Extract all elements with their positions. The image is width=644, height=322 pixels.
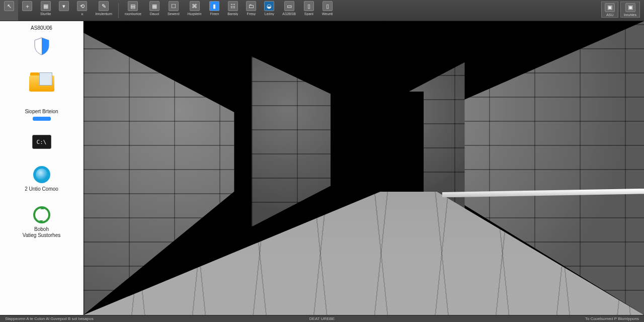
tb-network[interactable]: ☷Bansly <box>223 0 242 21</box>
tb-panel[interactable]: ▤roonborice <box>121 0 145 21</box>
tb-page2[interactable]: ▯Weunti <box>318 0 337 21</box>
tb-right-a[interactable]: ▣ASU <box>601 2 618 18</box>
window-icon: ☐ <box>169 1 179 11</box>
shield-icon <box>30 34 54 58</box>
tb-label: u <box>81 12 83 16</box>
a-icon: ▣ <box>605 3 615 12</box>
tb-label: Inrulenturn <box>95 12 112 16</box>
tb-label: Sewerd <box>168 12 180 16</box>
folder-open-icon <box>29 72 54 92</box>
file-icon: ▮ <box>209 1 219 11</box>
sidebar-item-folder[interactable] <box>0 72 83 95</box>
tb-script[interactable]: ⌘Hugstein <box>184 0 206 21</box>
toolbar-center-group: ▤roonborice ▦Dauol ☐Sewerd ⌘Hugstein ▮Fi… <box>121 0 600 21</box>
toolbar-separator <box>118 3 119 18</box>
tb-right-b[interactable]: ▣Inruhies <box>620 2 640 18</box>
tb-rotate[interactable]: ⟲u <box>73 0 91 21</box>
sidebar-item-shield[interactable]: AS80U06 <box>0 25 83 58</box>
tb-label: Sturilie <box>40 12 51 16</box>
tb-folder[interactable]: 🗀Fresy <box>242 0 260 21</box>
sidebar-item-support[interactable]: Siopert Brteion <box>0 109 83 121</box>
tb-label: Ledny <box>265 12 274 16</box>
disc-icon <box>33 166 50 183</box>
tb-flame[interactable]: ◒Ledny <box>260 0 278 21</box>
corridor-opening <box>382 92 424 194</box>
folder-icon: 🗀 <box>246 1 256 11</box>
left-sidebar: AS80U06 Siopert Brteion C:\ 2 Untio Como… <box>0 21 84 315</box>
tb-label: Fresy <box>247 12 256 16</box>
tb-window[interactable]: ☐Sewerd <box>164 0 184 21</box>
rotate-icon: ⟲ <box>77 1 87 11</box>
tb-file[interactable]: ▮Finen <box>205 0 223 21</box>
sidebar-item-label: AS80U06 <box>31 25 52 31</box>
tb-page[interactable]: ▯Spani <box>300 0 318 21</box>
save-icon: ▦ <box>41 1 51 11</box>
tb-label: ASU <box>606 13 613 16</box>
cursor-icon: ↖ <box>4 1 14 11</box>
flame-icon: ◒ <box>264 1 274 11</box>
tb-tool[interactable]: ✎Inrulenturn <box>91 0 116 21</box>
network-icon: ☷ <box>228 1 238 11</box>
tb-label: roonborice <box>125 12 141 16</box>
toolbar-left-group: ↖ ＋ ▦Sturilie ▾ ⟲u ✎Inrulenturn <box>0 0 121 21</box>
status-left: Slappeomn A te Colon Al Guvepod B sot be… <box>5 316 94 321</box>
tb-display[interactable]: ▭A32BSB <box>278 0 299 21</box>
grid-icon: ▦ <box>149 1 159 11</box>
tb-drop[interactable]: ▾ <box>55 0 73 21</box>
chevron-down-icon: ▾ <box>59 1 69 11</box>
tb-grid[interactable]: ▦Dauol <box>145 0 164 21</box>
page-icon: ▯ <box>304 1 314 11</box>
panel-icon: ▤ <box>128 1 138 11</box>
tool-icon: ✎ <box>99 1 109 11</box>
page2-icon: ▯ <box>323 1 333 11</box>
tb-label: Bansly <box>227 12 238 16</box>
main-area: AS80U06 Siopert Brteion C:\ 2 Untio Como… <box>0 21 644 315</box>
3d-viewport[interactable] <box>84 21 644 315</box>
script-icon: ⌘ <box>190 1 200 11</box>
terminal-icon: C:\ <box>32 135 51 149</box>
tb-add[interactable]: ＋ <box>18 0 36 21</box>
tb-label: Dauol <box>150 12 159 16</box>
status-bar: Slappeomn A te Colon Al Guvepod B sot be… <box>0 315 644 322</box>
status-right: To Cooelsomed P Blomippons <box>585 316 639 321</box>
tb-label: Hugstein <box>188 12 202 16</box>
progress-pill-icon <box>33 117 51 121</box>
tb-label: Inruhies <box>624 13 636 16</box>
toolbar-right-group: ▣ASU ▣Inruhies <box>600 0 644 21</box>
sidebar-item-terminal[interactable]: C:\ <box>0 135 83 152</box>
tb-cursor[interactable]: ↖ <box>0 0 18 21</box>
sidebar-item-label: Siopert Brteion <box>25 109 58 115</box>
sidebar-item-label: Boboh Vatieg Sustorhes <box>23 226 60 238</box>
sidebar-item-recycle[interactable]: Boboh Vatieg Sustorhes <box>0 206 83 238</box>
b-icon: ▣ <box>625 3 635 12</box>
recycle-icon <box>33 206 50 223</box>
status-center: DEAT UREBE <box>309 316 335 321</box>
tb-label: Finen <box>210 12 219 16</box>
tb-label: A32BSB <box>282 12 295 16</box>
display-icon: ▭ <box>284 1 294 11</box>
sidebar-item-disc[interactable]: 2 Untio Comoo <box>0 166 83 192</box>
plus-icon: ＋ <box>22 1 32 11</box>
tb-save[interactable]: ▦Sturilie <box>36 0 55 21</box>
sidebar-item-label: 2 Untio Comoo <box>25 186 58 192</box>
tb-label: Weunti <box>322 12 333 16</box>
tb-label: Spani <box>304 12 313 16</box>
top-toolbar: ↖ ＋ ▦Sturilie ▾ ⟲u ✎Inrulenturn ▤roonbor… <box>0 0 644 21</box>
